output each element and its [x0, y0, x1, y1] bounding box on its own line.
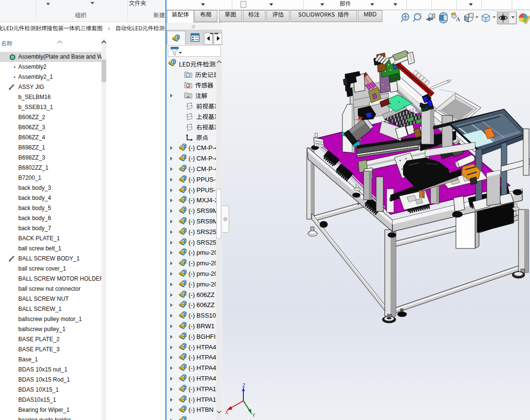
svg-text:Y: Y — [252, 413, 255, 418]
svg-text:A: A — [456, 16, 460, 23]
svg-text:X: X — [225, 410, 228, 415]
svg-text:Z: Z — [242, 383, 245, 388]
svg-text:A: A — [187, 95, 189, 98]
